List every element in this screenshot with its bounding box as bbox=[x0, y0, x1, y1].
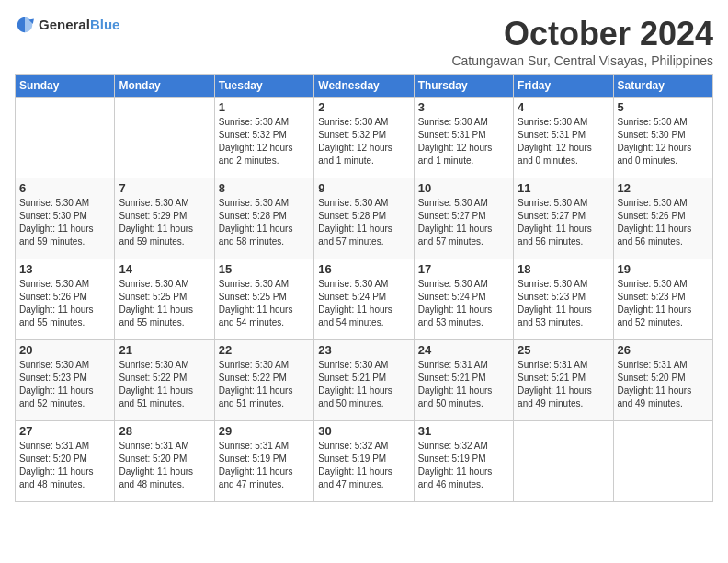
day-number: 11 bbox=[518, 181, 609, 195]
cell-info: Sunrise: 5:30 AM Sunset: 5:27 PM Dayligh… bbox=[518, 197, 609, 248]
cell-info: Sunrise: 5:30 AM Sunset: 5:21 PM Dayligh… bbox=[318, 359, 409, 410]
day-number: 17 bbox=[418, 262, 509, 276]
calendar-cell: 7Sunrise: 5:30 AM Sunset: 5:29 PM Daylig… bbox=[115, 178, 214, 259]
calendar-cell: 11Sunrise: 5:30 AM Sunset: 5:27 PM Dayli… bbox=[514, 178, 613, 259]
cell-info: Sunrise: 5:30 AM Sunset: 5:31 PM Dayligh… bbox=[418, 116, 509, 167]
calendar-cell: 13Sunrise: 5:30 AM Sunset: 5:26 PM Dayli… bbox=[16, 259, 115, 340]
calendar-cell: 5Sunrise: 5:30 AM Sunset: 5:30 PM Daylig… bbox=[613, 98, 712, 178]
cell-info: Sunrise: 5:32 AM Sunset: 5:19 PM Dayligh… bbox=[418, 440, 509, 491]
calendar-cell: 19Sunrise: 5:30 AM Sunset: 5:23 PM Dayli… bbox=[613, 259, 712, 340]
cell-info: Sunrise: 5:31 AM Sunset: 5:21 PM Dayligh… bbox=[518, 359, 609, 410]
month-title: October 2024 bbox=[451, 15, 713, 53]
week-row-5: 27Sunrise: 5:31 AM Sunset: 5:20 PM Dayli… bbox=[16, 421, 713, 502]
cell-info: Sunrise: 5:30 AM Sunset: 5:26 PM Dayligh… bbox=[19, 278, 110, 329]
location: Catungawan Sur, Central Visayas, Philipp… bbox=[451, 53, 713, 68]
calendar-cell: 26Sunrise: 5:31 AM Sunset: 5:20 PM Dayli… bbox=[613, 340, 712, 421]
title-block: October 2024 Catungawan Sur, Central Vis… bbox=[451, 15, 713, 68]
day-number: 13 bbox=[19, 262, 110, 276]
cell-info: Sunrise: 5:30 AM Sunset: 5:28 PM Dayligh… bbox=[219, 197, 310, 248]
calendar-cell: 4Sunrise: 5:30 AM Sunset: 5:31 PM Daylig… bbox=[514, 98, 613, 178]
calendar-cell: 24Sunrise: 5:31 AM Sunset: 5:21 PM Dayli… bbox=[414, 340, 513, 421]
calendar-cell: 16Sunrise: 5:30 AM Sunset: 5:24 PM Dayli… bbox=[314, 259, 414, 340]
cell-info: Sunrise: 5:30 AM Sunset: 5:22 PM Dayligh… bbox=[219, 359, 310, 410]
day-number: 5 bbox=[618, 100, 709, 114]
day-header-saturday: Saturday bbox=[613, 75, 712, 98]
cell-info: Sunrise: 5:30 AM Sunset: 5:25 PM Dayligh… bbox=[119, 278, 210, 329]
cell-info: Sunrise: 5:31 AM Sunset: 5:19 PM Dayligh… bbox=[219, 440, 310, 491]
day-header-tuesday: Tuesday bbox=[214, 75, 313, 98]
cell-info: Sunrise: 5:30 AM Sunset: 5:32 PM Dayligh… bbox=[318, 116, 409, 167]
week-row-3: 13Sunrise: 5:30 AM Sunset: 5:26 PM Dayli… bbox=[16, 259, 713, 340]
calendar-cell: 18Sunrise: 5:30 AM Sunset: 5:23 PM Dayli… bbox=[514, 259, 613, 340]
calendar-cell: 30Sunrise: 5:32 AM Sunset: 5:19 PM Dayli… bbox=[314, 421, 414, 502]
day-number: 24 bbox=[418, 343, 509, 357]
day-number: 6 bbox=[19, 181, 110, 195]
cell-info: Sunrise: 5:30 AM Sunset: 5:29 PM Dayligh… bbox=[119, 197, 210, 248]
cell-info: Sunrise: 5:30 AM Sunset: 5:31 PM Dayligh… bbox=[518, 116, 609, 167]
day-number: 14 bbox=[119, 262, 210, 276]
calendar-cell: 2Sunrise: 5:30 AM Sunset: 5:32 PM Daylig… bbox=[314, 98, 414, 178]
day-number: 18 bbox=[518, 262, 609, 276]
cell-info: Sunrise: 5:30 AM Sunset: 5:25 PM Dayligh… bbox=[219, 278, 310, 329]
day-number: 8 bbox=[219, 181, 310, 195]
cell-info: Sunrise: 5:30 AM Sunset: 5:30 PM Dayligh… bbox=[19, 197, 110, 248]
calendar-cell: 31Sunrise: 5:32 AM Sunset: 5:19 PM Dayli… bbox=[414, 421, 513, 502]
calendar-cell: 15Sunrise: 5:30 AM Sunset: 5:25 PM Dayli… bbox=[214, 259, 313, 340]
day-number: 28 bbox=[119, 424, 210, 438]
day-header-sunday: Sunday bbox=[16, 75, 115, 98]
page-header: GeneralBlue October 2024 Catungawan Sur,… bbox=[15, 15, 713, 68]
week-row-4: 20Sunrise: 5:30 AM Sunset: 5:23 PM Dayli… bbox=[16, 340, 713, 421]
day-number: 4 bbox=[518, 100, 609, 114]
calendar-header: SundayMondayTuesdayWednesdayThursdayFrid… bbox=[16, 75, 713, 98]
calendar-cell: 17Sunrise: 5:30 AM Sunset: 5:24 PM Dayli… bbox=[414, 259, 513, 340]
cell-info: Sunrise: 5:30 AM Sunset: 5:28 PM Dayligh… bbox=[318, 197, 409, 248]
week-row-2: 6Sunrise: 5:30 AM Sunset: 5:30 PM Daylig… bbox=[16, 178, 713, 259]
calendar-cell: 28Sunrise: 5:31 AM Sunset: 5:20 PM Dayli… bbox=[115, 421, 214, 502]
cell-info: Sunrise: 5:30 AM Sunset: 5:26 PM Dayligh… bbox=[618, 197, 709, 248]
calendar-cell bbox=[16, 98, 115, 178]
day-number: 2 bbox=[318, 100, 409, 114]
calendar-cell: 10Sunrise: 5:30 AM Sunset: 5:27 PM Dayli… bbox=[414, 178, 513, 259]
calendar-cell: 6Sunrise: 5:30 AM Sunset: 5:30 PM Daylig… bbox=[16, 178, 115, 259]
day-number: 9 bbox=[318, 181, 409, 195]
calendar-cell: 20Sunrise: 5:30 AM Sunset: 5:23 PM Dayli… bbox=[16, 340, 115, 421]
calendar-cell: 21Sunrise: 5:30 AM Sunset: 5:22 PM Dayli… bbox=[115, 340, 214, 421]
cell-info: Sunrise: 5:31 AM Sunset: 5:20 PM Dayligh… bbox=[19, 440, 110, 491]
day-number: 26 bbox=[618, 343, 709, 357]
calendar-cell bbox=[115, 98, 214, 178]
day-number: 16 bbox=[318, 262, 409, 276]
cell-info: Sunrise: 5:30 AM Sunset: 5:22 PM Dayligh… bbox=[119, 359, 210, 410]
cell-info: Sunrise: 5:31 AM Sunset: 5:20 PM Dayligh… bbox=[618, 359, 709, 410]
calendar-cell: 25Sunrise: 5:31 AM Sunset: 5:21 PM Dayli… bbox=[514, 340, 613, 421]
cell-info: Sunrise: 5:30 AM Sunset: 5:24 PM Dayligh… bbox=[418, 278, 509, 329]
calendar-cell: 14Sunrise: 5:30 AM Sunset: 5:25 PM Dayli… bbox=[115, 259, 214, 340]
header-row: SundayMondayTuesdayWednesdayThursdayFrid… bbox=[16, 75, 713, 98]
day-number: 15 bbox=[219, 262, 310, 276]
day-number: 30 bbox=[318, 424, 409, 438]
cell-info: Sunrise: 5:30 AM Sunset: 5:27 PM Dayligh… bbox=[418, 197, 509, 248]
calendar-cell: 1Sunrise: 5:30 AM Sunset: 5:32 PM Daylig… bbox=[214, 98, 313, 178]
calendar-cell: 27Sunrise: 5:31 AM Sunset: 5:20 PM Dayli… bbox=[16, 421, 115, 502]
calendar-cell: 3Sunrise: 5:30 AM Sunset: 5:31 PM Daylig… bbox=[414, 98, 513, 178]
day-number: 7 bbox=[119, 181, 210, 195]
cell-info: Sunrise: 5:30 AM Sunset: 5:24 PM Dayligh… bbox=[318, 278, 409, 329]
calendar-cell bbox=[613, 421, 712, 502]
day-number: 1 bbox=[219, 100, 310, 114]
day-number: 31 bbox=[418, 424, 509, 438]
day-number: 23 bbox=[318, 343, 409, 357]
calendar-cell: 22Sunrise: 5:30 AM Sunset: 5:22 PM Dayli… bbox=[214, 340, 313, 421]
logo-text-general: General bbox=[39, 17, 90, 32]
day-header-wednesday: Wednesday bbox=[314, 75, 414, 98]
day-number: 27 bbox=[19, 424, 110, 438]
cell-info: Sunrise: 5:31 AM Sunset: 5:20 PM Dayligh… bbox=[119, 440, 210, 491]
day-header-friday: Friday bbox=[514, 75, 613, 98]
calendar-cell: 12Sunrise: 5:30 AM Sunset: 5:26 PM Dayli… bbox=[613, 178, 712, 259]
day-number: 21 bbox=[119, 343, 210, 357]
cell-info: Sunrise: 5:30 AM Sunset: 5:23 PM Dayligh… bbox=[19, 359, 110, 410]
day-number: 3 bbox=[418, 100, 509, 114]
cell-info: Sunrise: 5:32 AM Sunset: 5:19 PM Dayligh… bbox=[318, 440, 409, 491]
calendar-cell: 9Sunrise: 5:30 AM Sunset: 5:28 PM Daylig… bbox=[314, 178, 414, 259]
day-number: 22 bbox=[219, 343, 310, 357]
calendar-cell: 8Sunrise: 5:30 AM Sunset: 5:28 PM Daylig… bbox=[214, 178, 313, 259]
day-number: 25 bbox=[518, 343, 609, 357]
